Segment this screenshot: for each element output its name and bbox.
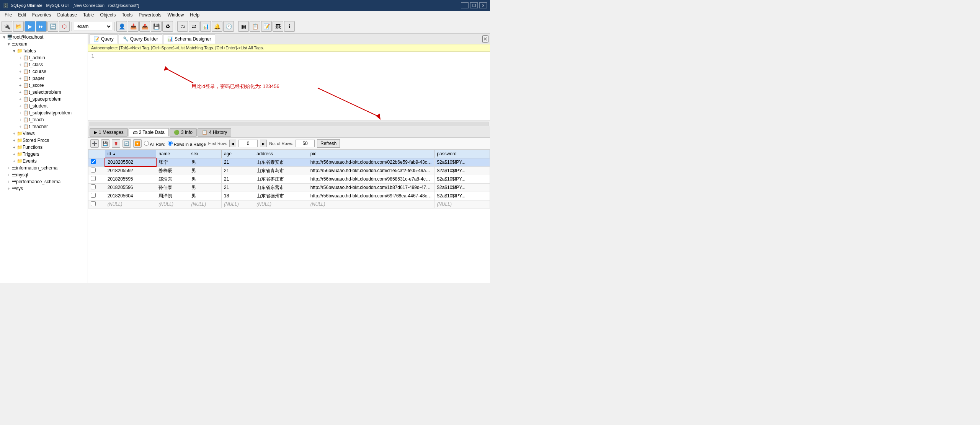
cell-age[interactable]: 21: [221, 166, 254, 175]
restore-db-button[interactable]: ♻: [162, 21, 173, 32]
tab-messages[interactable]: ▶ 1 Messages: [90, 128, 128, 137]
grid-view-button[interactable]: ▦: [238, 21, 249, 32]
next-page-button[interactable]: ▶: [260, 140, 267, 147]
info-view-button[interactable]: ℹ: [284, 21, 295, 32]
table-row[interactable]: 2018205582张宁男21山东省泰安市http://r56bwuaao.hd…: [88, 158, 490, 166]
execute-button[interactable]: ▶: [24, 21, 35, 32]
sidebar-item-information_schema[interactable]: + 🗃 information_schema: [0, 164, 88, 171]
text-view-button[interactable]: 📝: [261, 21, 272, 32]
cell-pic[interactable]: http://r56bwuaao.hd-bkt.clouddn.com/9858…: [308, 175, 434, 183]
cell-pic[interactable]: http://r56bwuaao.hd-bkt.clouddn.com/022b…: [308, 158, 434, 166]
sidebar-item-t_teach[interactable]: + 📋 t_teach: [0, 116, 88, 123]
cell-name[interactable]: (NULL): [156, 200, 189, 208]
h-scrollbar-track[interactable]: [90, 122, 488, 126]
close-content-button[interactable]: ✕: [482, 35, 488, 43]
table-row[interactable]: (NULL)(NULL)(NULL)(NULL)(NULL)(NULL)(NUL…: [88, 200, 490, 208]
query-scrollbar[interactable]: [88, 121, 490, 127]
cell-password[interactable]: $2a$10$fPY...: [434, 166, 490, 175]
cell-password[interactable]: (NULL): [434, 200, 490, 208]
menu-edit[interactable]: Edit: [15, 11, 29, 18]
cell-password[interactable]: $2a$10$fPY...: [434, 158, 490, 166]
menu-table[interactable]: Table: [80, 11, 97, 18]
sidebar-item-tables[interactable]: ▼ 📁 Tables: [0, 47, 88, 54]
sidebar-item-stored-procs[interactable]: + 📁 Stored Procs: [0, 137, 88, 144]
cell-password[interactable]: $2a$10$fPY...: [434, 192, 490, 200]
table-row[interactable]: 2018205596孙佳泰男21山东省东营市http://r56bwuaao.h…: [88, 183, 490, 192]
cell-sex[interactable]: 男: [189, 166, 221, 175]
grid-delete-button[interactable]: 🗑: [112, 139, 120, 148]
history-button[interactable]: 🕐: [223, 21, 234, 32]
first-row-input[interactable]: [238, 140, 258, 147]
sidebar-item-t_selectproblem[interactable]: + 📋 t_selectproblem: [0, 89, 88, 96]
sidebar-item-t_spaceproblem[interactable]: + 📋 t_spaceproblem: [0, 96, 88, 103]
sidebar-item-performance_schema[interactable]: + 🗃 performance_schema: [0, 178, 88, 185]
stop-button[interactable]: ⬡: [59, 21, 70, 32]
cell-sex[interactable]: 男: [189, 175, 221, 183]
sidebar-item-functions[interactable]: + 📁 Functions: [0, 144, 88, 151]
row-checkbox[interactable]: [91, 193, 96, 198]
grid-refresh-button[interactable]: 🔄: [122, 139, 131, 148]
cell-age[interactable]: (NULL): [221, 200, 254, 208]
tab-history[interactable]: 📋 4 History: [198, 128, 231, 137]
row-checkbox[interactable]: [91, 201, 96, 206]
cell-password[interactable]: $2a$10$fPY...: [434, 175, 490, 183]
col-age[interactable]: age: [221, 150, 254, 158]
cell-pic[interactable]: (NULL): [308, 200, 434, 208]
export-button[interactable]: 📤: [139, 21, 150, 32]
menu-file[interactable]: File: [2, 11, 15, 18]
new-connection-button[interactable]: 🔌: [2, 21, 12, 32]
table-row[interactable]: 2018205595郑浩东男21山东省枣庄市http://r56bwuaao.h…: [88, 175, 490, 183]
sidebar-item-events[interactable]: + 📁 Events: [0, 158, 88, 164]
table-row[interactable]: 2018205604周泽凯男18山东省德州市http://r56bwuaao.h…: [88, 192, 490, 200]
cell-age[interactable]: 21: [221, 183, 254, 192]
cell-name[interactable]: 郑浩东: [156, 175, 189, 183]
cell-address[interactable]: 山东省枣庄市: [254, 175, 308, 183]
cell-name[interactable]: 孙佳泰: [156, 183, 189, 192]
col-name[interactable]: name: [156, 150, 189, 158]
col-pic[interactable]: pic: [308, 150, 434, 158]
table-row[interactable]: 2018205592姜梓辰男21山东省青岛市http://r56bwuaao.h…: [88, 166, 490, 175]
cell-sex[interactable]: (NULL): [189, 200, 221, 208]
cell-address[interactable]: 山东省东营市: [254, 183, 308, 192]
menu-objects[interactable]: Objects: [97, 11, 119, 18]
all-rows-radio[interactable]: [144, 141, 149, 146]
sidebar-root[interactable]: ▼ 🖥️ root@localhost: [0, 34, 88, 41]
user-manager-button[interactable]: 👤: [116, 21, 127, 32]
cell-pic[interactable]: http://r56bwuaao.hd-bkt.clouddn.com/69f7…: [308, 192, 434, 200]
menu-help[interactable]: Help: [187, 11, 203, 18]
query-editor[interactable]: 1: [88, 52, 490, 120]
col-id[interactable]: id▲: [105, 150, 156, 158]
menu-tools[interactable]: Tools: [119, 11, 136, 18]
cell-address[interactable]: (NULL): [254, 200, 308, 208]
cell-age[interactable]: 21: [221, 175, 254, 183]
cell-id[interactable]: 2018205592: [105, 166, 156, 175]
cell-id[interactable]: (NULL): [105, 200, 156, 208]
sidebar-item-exam[interactable]: ▼ 🗃 exam: [0, 41, 88, 47]
sidebar-item-t_subjectivityproblem[interactable]: + 📋 t_subjectivityproblem: [0, 109, 88, 116]
cell-age[interactable]: 21: [221, 158, 254, 166]
sidebar-item-sys[interactable]: + 🗃 sys: [0, 185, 88, 192]
row-checkbox[interactable]: [91, 168, 96, 173]
row-checkbox[interactable]: [91, 159, 96, 164]
blob-view-button[interactable]: 🖼: [273, 21, 283, 32]
tab-schema-designer[interactable]: 📊 Schema Designer: [163, 34, 215, 44]
cell-address[interactable]: 山东省青岛市: [254, 166, 308, 175]
sidebar-item-mysql[interactable]: + 🗃 mysql: [0, 171, 88, 178]
prev-page-button[interactable]: ◀: [229, 140, 236, 147]
sidebar-item-t_admin[interactable]: + 📋 t_admin: [0, 54, 88, 61]
refresh-button[interactable]: 🔄: [47, 21, 58, 32]
tab-info[interactable]: 🟢 3 Info: [170, 128, 197, 137]
menu-favorites[interactable]: Favorites: [29, 11, 54, 18]
sidebar-item-t_class[interactable]: + 📋 t_class: [0, 61, 88, 68]
col-password[interactable]: password: [434, 150, 490, 158]
cell-address[interactable]: 山东省泰安市: [254, 158, 308, 166]
cell-sex[interactable]: 男: [189, 183, 221, 192]
grid-add-row-button[interactable]: ➕: [90, 139, 99, 148]
cell-sex[interactable]: 男: [189, 158, 221, 166]
form-view-button[interactable]: 📋: [250, 21, 260, 32]
sidebar-item-t_teacher[interactable]: + 📋 t_teacher: [0, 123, 88, 130]
cell-name[interactable]: 张宁: [156, 158, 189, 166]
sidebar-item-t_score[interactable]: + 📋 t_score: [0, 82, 88, 89]
data-table-container[interactable]: id▲ name sex age address pic password 20…: [88, 150, 490, 283]
execute-all-button[interactable]: ⏭: [36, 21, 47, 32]
